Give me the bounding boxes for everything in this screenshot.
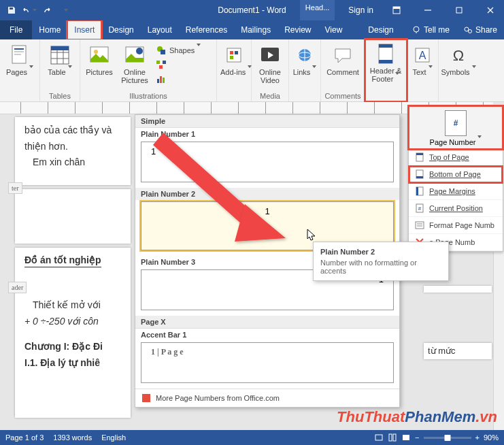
svg-rect-49 (416, 176, 423, 178)
svg-rect-25 (156, 61, 160, 64)
chart-button[interactable] (153, 72, 214, 86)
page-fragment (424, 286, 492, 293)
view-mode-icon[interactable] (374, 433, 384, 442)
online-pictures-button[interactable]: Online Pictures (118, 41, 152, 86)
save-icon[interactable] (4, 3, 19, 18)
menu-page-margins[interactable]: Page Margins (409, 183, 503, 200)
svg-point-22 (136, 48, 143, 54)
links-icon (294, 44, 316, 66)
tooltip: Plain Number 2 Number with no formatting… (313, 242, 449, 281)
lightbulb-icon (411, 25, 421, 35)
svg-rect-34 (230, 56, 233, 59)
svg-text:Ω: Ω (453, 47, 464, 64)
pages-button[interactable]: Pages (2, 41, 37, 78)
zoom-out[interactable]: − (415, 433, 419, 442)
menu-top-of-page[interactable]: Top of Page (409, 149, 503, 166)
shapes-button[interactable]: Shapes (153, 44, 214, 57)
smartart-button[interactable] (153, 58, 214, 71)
table-button[interactable]: Table (42, 41, 78, 78)
tab-mailings[interactable]: Mailings (234, 20, 278, 39)
tab-layout[interactable]: Layout (141, 20, 179, 39)
status-page[interactable]: Page 1 of 3 (5, 433, 44, 442)
svg-rect-61 (393, 434, 396, 441)
tab-view[interactable]: View (318, 20, 350, 39)
tab-home[interactable]: Home (32, 20, 67, 39)
page-bottom-icon (414, 169, 425, 180)
svg-rect-31 (227, 48, 241, 62)
page-fragment: từ mức (424, 343, 492, 359)
zoom-slider[interactable] (424, 437, 471, 439)
page-number-panel: # Page Number Top of Page Bottom of Page… (408, 105, 503, 252)
tab-references[interactable]: References (179, 20, 234, 39)
tab-header-footer-design[interactable]: Design (361, 20, 400, 39)
zoom-in[interactable]: + (475, 433, 480, 442)
tab-insert[interactable]: Insert (67, 20, 101, 39)
signin-link[interactable]: Sign in (343, 5, 379, 15)
page-number-button[interactable]: # Page Number (409, 106, 503, 149)
svg-rect-47 (416, 153, 423, 155)
svg-point-8 (468, 30, 471, 33)
share-button[interactable]: Share (456, 20, 504, 39)
current-position-icon: # (414, 203, 425, 214)
view-mode-icon[interactable] (401, 433, 411, 442)
minimize-icon[interactable] (414, 0, 441, 20)
chart-icon (156, 73, 167, 84)
header-footer-button[interactable]: Header & Footer (365, 39, 406, 84)
format-icon (414, 220, 425, 231)
menu-format-page-numbers[interactable]: Format Page Numb (409, 217, 503, 234)
svg-rect-45 (142, 394, 150, 402)
redo-icon[interactable] (39, 3, 54, 18)
gallery-item-plain-number-1[interactable]: 1 (141, 142, 394, 182)
svg-rect-29 (160, 76, 162, 83)
close-icon[interactable] (477, 0, 504, 20)
page-fragment: bảo của các thầy và thiện hơn. Em xin ch… (15, 117, 131, 185)
menu-current-position[interactable]: # Current Position (409, 200, 503, 217)
qat-customize-icon[interactable] (57, 3, 72, 18)
status-language[interactable]: English (101, 433, 126, 442)
view-mode-icon[interactable] (388, 433, 397, 442)
gallery-item-label: Plain Number 2 (135, 188, 399, 200)
gallery-item-label: Plain Number 1 (135, 128, 399, 140)
more-page-numbers[interactable]: More Page Numbers from Office.com (135, 389, 399, 407)
tab-review[interactable]: Review (278, 20, 318, 39)
watermark: ThuThuatPhanMem.vn (337, 408, 497, 426)
svg-text:A: A (419, 50, 426, 61)
group-media: Media (254, 92, 286, 101)
svg-rect-30 (163, 78, 165, 83)
undo-icon[interactable] (22, 3, 37, 18)
addins-button[interactable]: Add-ins (219, 41, 249, 78)
tell-me[interactable]: Tell me (405, 20, 456, 39)
page-fragment: ader Đồ án tốt nghiệp Thiết kế mở với + … (15, 248, 131, 418)
menu-bottom-of-page[interactable]: Bottom of Page (409, 166, 503, 183)
group-tables: Tables (42, 92, 78, 101)
status-words[interactable]: 1393 words (53, 433, 92, 442)
tooltip-body: Number with no formatting or accents (320, 259, 441, 275)
online-video-button[interactable]: Online Video (254, 41, 286, 86)
comment-button[interactable]: Comment (323, 41, 363, 78)
svg-rect-60 (389, 434, 392, 441)
symbols-button[interactable]: Ω Symbols (441, 41, 476, 78)
text-button[interactable]: A Text (409, 41, 436, 78)
footer-tag: ter (8, 182, 22, 194)
svg-rect-4 (456, 7, 462, 13)
gallery-section: Simple (135, 115, 399, 128)
svg-rect-26 (163, 61, 166, 64)
links-button[interactable]: Links (291, 41, 318, 78)
page-margins-icon (414, 186, 425, 197)
titlebar: Document1 - Word Head... Sign in (0, 0, 504, 20)
tab-file[interactable]: File (0, 20, 32, 39)
gallery-item-accent-bar-1[interactable]: 1 | P a g e (141, 342, 394, 383)
svg-text:#: # (418, 205, 422, 212)
zoom-level[interactable]: 90% (484, 433, 499, 442)
table-icon (49, 44, 71, 66)
maximize-icon[interactable] (446, 0, 473, 20)
pages-icon (9, 44, 31, 66)
tab-design[interactable]: Design (101, 20, 140, 39)
pictures-button[interactable]: Pictures (82, 41, 116, 78)
svg-rect-40 (379, 44, 392, 48)
svg-point-5 (414, 27, 419, 32)
symbols-icon: Ω (448, 44, 469, 66)
ribbon-tabs: File Home Insert Design Layout Reference… (0, 20, 504, 39)
svg-point-20 (94, 50, 98, 54)
ribbon-display-options-icon[interactable] (383, 0, 410, 20)
